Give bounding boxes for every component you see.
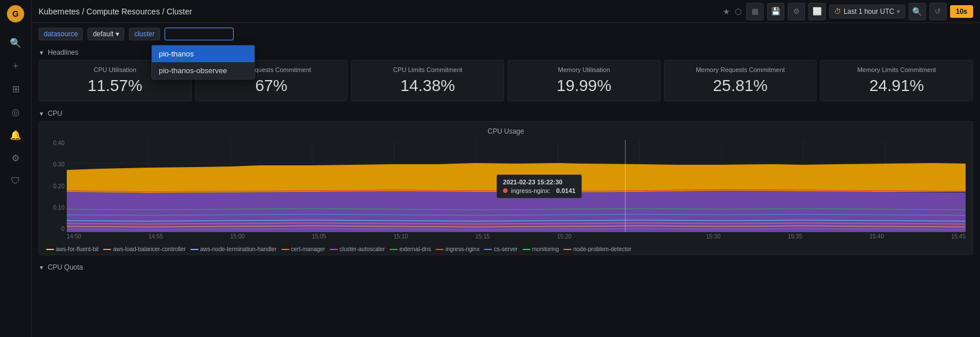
legend-item[interactable]: cert-manager (281, 246, 325, 252)
cpu-usage-panel: CPU Usage 0.400.300.200.100 (39, 121, 973, 255)
legend-item[interactable]: aws-load-balancer-controller (103, 246, 185, 252)
legend-item[interactable]: external-dns (390, 246, 431, 252)
plus-icon[interactable]: ＋ (5, 55, 26, 76)
dropdown-item-pio-thanos[interactable]: pio-thanos (152, 46, 254, 62)
svg-text:G: G (13, 9, 19, 18)
filterbar: datasource default ▾ cluster pio-thanos … (32, 23, 980, 45)
legend-item[interactable]: monitoring (523, 246, 559, 252)
legend-label: cs-server (494, 246, 517, 252)
stat-value-0: 11.57% (87, 77, 142, 95)
legend-color (103, 249, 111, 250)
legend-color (436, 249, 444, 250)
default-select[interactable]: default ▾ (87, 28, 124, 40)
stat-card-5: Memory Limits Commitment 24.91% (820, 60, 973, 101)
x-axis-label: 15:00 (230, 233, 245, 240)
save-button[interactable]: 💾 (767, 3, 784, 20)
legend-label: external-dns (399, 246, 431, 252)
cpu-quota-collapse-icon: ▼ (39, 264, 44, 271)
stat-value-4: 25.81% (713, 77, 768, 95)
settings-button[interactable]: ⚙ (788, 3, 805, 20)
legend-item[interactable]: aws-for-fluent-bit (46, 246, 98, 252)
refresh-interval-button[interactable]: 10s (950, 5, 973, 18)
legend-label: cert-manager (291, 246, 325, 252)
cluster-input[interactable] (165, 28, 234, 40)
y-axis-label: 0.20 (54, 183, 64, 190)
x-axis-label: 14:55 (148, 233, 163, 240)
datasource-filter[interactable]: datasource (39, 28, 83, 40)
cpu-section-header[interactable]: ▼ CPU (39, 106, 973, 121)
headlines-collapse-icon: ▼ (39, 50, 44, 56)
alert-icon[interactable]: 🔔 (5, 124, 26, 145)
page-breadcrumb: Kubernetes / Compute Resources / Cluster (39, 7, 718, 16)
explore-icon[interactable]: ◎ (5, 101, 26, 122)
topbar-actions: ▦ 💾 ⚙ ⬜ ⏱ Last 1 hour UTC ▾ 🔍 ↺ 10s (746, 3, 973, 20)
legend-item[interactable]: node-problem-detector (563, 246, 631, 252)
search-icon[interactable]: 🔍 (5, 32, 26, 53)
content-area: ▼ Headlines CPU Utilisation 11.57% CPU R… (32, 45, 980, 337)
dashboard-icon[interactable]: ⊞ (5, 78, 26, 99)
stat-card-3: Memory Utilisation 19.99% (508, 60, 661, 101)
panel-view-button[interactable]: ▦ (746, 3, 764, 20)
legend-label: ingress-nginx (445, 246, 479, 252)
legend-color (330, 249, 338, 250)
datasource-dropdown: pio-thanos pio-thanos-observee (151, 45, 255, 79)
chart-legend: aws-for-fluent-bitaws-load-balancer-cont… (46, 246, 966, 252)
stat-label-2: CPU Limits Commitment (393, 66, 462, 73)
stat-label-0: CPU Utilisation (94, 66, 136, 73)
legend-label: monitoring (532, 246, 559, 252)
share-icon[interactable]: ⬡ (735, 7, 742, 16)
legend-color (190, 249, 199, 250)
stat-card-2: CPU Limits Commitment 14.38% (351, 60, 504, 101)
x-axis-label: 15:10 (394, 233, 408, 240)
chart-title: CPU Usage (46, 127, 966, 135)
cluster-filter[interactable]: cluster (129, 28, 159, 40)
y-axis-label: 0 (61, 226, 64, 232)
settings-icon[interactable]: ⚙ (5, 147, 26, 168)
legend-item[interactable]: cs-server (484, 246, 517, 252)
shield-icon[interactable]: 🛡 (5, 171, 26, 191)
legend-color (563, 249, 571, 250)
y-axis-label: 0.30 (54, 161, 64, 168)
chart-area: 0.400.300.200.100 (46, 140, 966, 244)
legend-color (523, 249, 531, 250)
legend-color (46, 249, 54, 250)
stat-card-4: Memory Requests Commitment 25.81% (664, 60, 817, 101)
stat-label-3: Memory Utilisation (558, 66, 610, 73)
topbar: Kubernetes / Compute Resources / Cluster… (32, 0, 980, 23)
legend-item[interactable]: aws-node-termination-handler (190, 246, 277, 252)
legend-label: node-problem-detector (573, 246, 631, 252)
cpu-quota-section-header[interactable]: ▼ CPU Quota (39, 260, 973, 275)
zoom-out-button[interactable]: 🔍 (909, 3, 926, 20)
y-axis: 0.400.300.200.100 (46, 140, 67, 232)
sidebar: G 🔍 ＋ ⊞ ◎ 🔔 ⚙ 🛡 (0, 0, 32, 337)
legend-label: aws-node-termination-handler (200, 246, 277, 252)
y-axis-label: 0.40 (54, 140, 64, 146)
tv-button[interactable]: ⬜ (809, 3, 826, 20)
legend-label: aws-for-fluent-bit (56, 246, 98, 252)
stat-label-4: Memory Requests Commitment (696, 66, 785, 73)
legend-item[interactable]: ingress-nginx (436, 246, 479, 252)
x-axis-label: 15:40 (870, 233, 884, 240)
main-content: Kubernetes / Compute Resources / Cluster… (32, 0, 980, 337)
stat-value-3: 19.99% (556, 77, 611, 95)
legend-color (484, 249, 492, 250)
cpu-quota-section-label: CPU Quota (48, 263, 83, 271)
time-range-picker[interactable]: ⏱ Last 1 hour UTC ▾ (829, 5, 905, 18)
legend-color (281, 249, 289, 250)
x-axis-label: 15:15 (475, 233, 490, 240)
stat-label-5: Memory Limits Commitment (857, 66, 936, 73)
chart-canvas (67, 140, 966, 232)
x-axis-label: 15:30 (706, 233, 720, 240)
refresh-button[interactable]: ↺ (929, 3, 947, 20)
star-icon[interactable]: ★ (723, 7, 730, 16)
x-axis: 14:5014:5515:0015:0515:1015:1515:2015:30… (67, 232, 966, 244)
y-axis-label: 0.10 (54, 205, 64, 211)
stat-value-1: 67% (255, 77, 287, 95)
grafana-logo[interactable]: G (6, 5, 25, 23)
x-axis-label: 15:35 (788, 233, 802, 240)
dropdown-item-pio-thanos-observee[interactable]: pio-thanos-observee (152, 62, 254, 79)
x-axis-label: 15:45 (951, 233, 966, 240)
stat-value-2: 14.38% (401, 77, 455, 95)
legend-item[interactable]: cluster-autoscaler (330, 246, 385, 252)
headlines-section-label: Headlines (48, 48, 78, 56)
